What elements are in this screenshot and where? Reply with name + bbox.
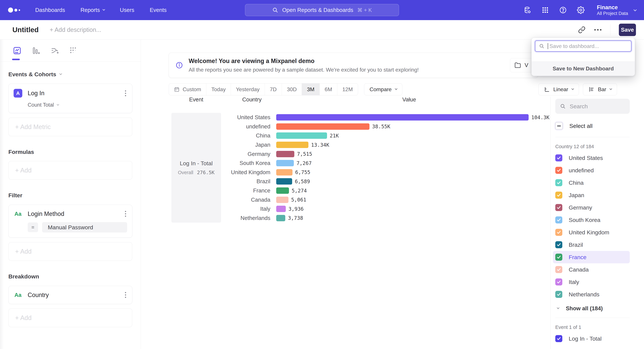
checkbox-checked-icon[interactable] (555, 266, 562, 273)
bar[interactable] (276, 187, 289, 194)
breakdown-property-name[interactable]: Country (28, 292, 49, 299)
bar[interactable] (276, 151, 294, 157)
data-management-icon[interactable] (524, 6, 532, 14)
add-description-field[interactable]: + Add description... (50, 26, 101, 33)
checkbox-checked-icon[interactable] (555, 291, 562, 298)
filter-value[interactable]: Manual Password (42, 222, 127, 233)
legend-country-japan[interactable]: Japan (553, 189, 630, 201)
apps-grid-icon[interactable] (541, 6, 549, 14)
copy-link-icon[interactable] (577, 25, 587, 35)
select-all-checkbox[interactable] (555, 122, 563, 130)
checkbox-checked-icon[interactable] (555, 254, 562, 261)
tab-flows[interactable] (50, 46, 59, 55)
mixpanel-logo-icon[interactable] (8, 7, 20, 12)
range-12m[interactable]: 12M (337, 83, 358, 95)
bar[interactable] (276, 132, 327, 139)
tab-retention[interactable] (69, 46, 78, 55)
nav-item-users[interactable]: Users (120, 7, 134, 13)
bar-value-label: 13.34K (311, 142, 329, 148)
tab-funnels[interactable] (31, 46, 40, 55)
add-metric-button[interactable]: + Add Metric (8, 117, 132, 136)
checkbox-checked-icon[interactable] (555, 241, 562, 248)
range-6m[interactable]: 6M (320, 83, 337, 95)
metric-name[interactable]: Log In (28, 90, 44, 97)
legend-country-netherlands[interactable]: Netherlands (553, 288, 630, 301)
range-custom[interactable]: Custom (169, 83, 206, 95)
bar[interactable] (276, 197, 288, 203)
aggregation-selector[interactable]: Count Total (28, 102, 127, 108)
range-3m[interactable]: 3M (302, 83, 320, 95)
legend-country-france[interactable]: France (553, 251, 630, 263)
add-filter-button[interactable]: + Add (8, 242, 132, 261)
column-header-value[interactable]: Value (392, 99, 426, 100)
global-search-button[interactable]: Open Reports & Dashboards ⌘ + K (245, 4, 399, 16)
select-all-row[interactable]: Select all (555, 121, 644, 131)
range-30d[interactable]: 30D (282, 83, 302, 95)
checkbox-checked-icon[interactable] (555, 154, 562, 161)
checkbox-checked-icon[interactable] (555, 216, 562, 223)
bar[interactable] (276, 123, 370, 130)
bar[interactable] (276, 178, 292, 185)
checkbox-checked-icon[interactable] (555, 229, 562, 236)
legend-country-brazil[interactable]: Brazil (553, 239, 630, 251)
metric-card[interactable]: A Log In Count Total (8, 84, 132, 113)
bar[interactable] (276, 206, 286, 212)
chart-type-button[interactable]: Bar (583, 83, 617, 95)
add-breakdown-button[interactable]: + Add (8, 309, 132, 327)
bar[interactable] (276, 169, 292, 176)
scale-selector-button[interactable]: Linear (538, 83, 579, 95)
legend-country-united-kingdom[interactable]: United Kingdom (553, 226, 630, 239)
legend-event-log-in---total[interactable]: Log In - Total (553, 333, 630, 345)
checkbox-checked-icon[interactable] (555, 167, 562, 174)
range-yesterday[interactable]: Yesterday (231, 83, 265, 95)
bar[interactable] (276, 215, 285, 221)
save-to-new-dashboard-button[interactable]: Save to New Dashboard (532, 61, 635, 76)
save-button[interactable]: Save (619, 24, 636, 36)
event-summary-cell[interactable]: Log In - Total Overall 276.5K (172, 113, 221, 223)
breakdown-card[interactable]: Aa Country (8, 286, 132, 304)
legend-country-canada[interactable]: Canada (553, 263, 630, 276)
legend-search-input[interactable]: Search (555, 99, 630, 114)
legend-country-china[interactable]: China (553, 177, 630, 189)
compare-button[interactable]: Compare (364, 83, 402, 95)
filter-property-name[interactable]: Login Method (28, 210, 64, 217)
show-all-button[interactable]: Show all (184) (555, 305, 644, 312)
breakdown-options-icon[interactable] (124, 291, 127, 299)
nav-item-events[interactable]: Events (150, 7, 167, 13)
query-sections: Events & Cohorts A Log In Count Total + … (0, 62, 141, 334)
legend-country-united-states[interactable]: United States (553, 152, 630, 164)
legend-country-south-korea[interactable]: South Korea (553, 214, 630, 226)
legend-country-undefined[interactable]: undefined (553, 164, 630, 177)
column-header-country[interactable]: Country (234, 99, 270, 100)
project-switcher[interactable]: Finance All Project Data (597, 4, 636, 16)
settings-gear-icon[interactable] (577, 6, 585, 14)
bar-category-label: Japan (221, 142, 276, 148)
range-today[interactable]: Today (206, 83, 231, 95)
nav-item-dashboards[interactable]: Dashboards (35, 7, 65, 13)
events-cohorts-header[interactable]: Events & Cohorts (8, 71, 132, 78)
checkbox-checked-icon[interactable] (555, 335, 562, 342)
more-options-icon[interactable] (593, 25, 603, 35)
bar[interactable] (276, 142, 308, 148)
bar[interactable] (276, 160, 294, 166)
filter-card[interactable]: Aa Login Method = Manual Password (8, 205, 132, 238)
metric-options-icon[interactable] (124, 89, 127, 97)
bar[interactable] (276, 114, 528, 120)
legend-country-italy[interactable]: Italy (553, 276, 630, 288)
save-dashboard-search-input[interactable]: Save to dashboard... (535, 40, 632, 52)
checkbox-checked-icon[interactable] (555, 179, 562, 186)
help-icon[interactable] (559, 6, 567, 14)
checkbox-checked-icon[interactable] (555, 279, 562, 286)
nav-item-reports[interactable]: Reports (80, 7, 104, 13)
legend-country-germany[interactable]: Germany (553, 201, 630, 214)
report-title[interactable]: Untitled (12, 26, 38, 34)
filter-options-icon[interactable] (124, 210, 127, 218)
tab-insights[interactable] (12, 46, 22, 55)
filter-operator[interactable]: = (28, 222, 38, 232)
nav-menu: DashboardsReportsUsersEvents (35, 7, 167, 13)
column-header-event[interactable]: Event (172, 99, 221, 100)
range-7d[interactable]: 7D (265, 83, 282, 95)
add-formula-button[interactable]: + Add (8, 161, 132, 180)
checkbox-checked-icon[interactable] (555, 192, 562, 199)
checkbox-checked-icon[interactable] (555, 204, 562, 211)
